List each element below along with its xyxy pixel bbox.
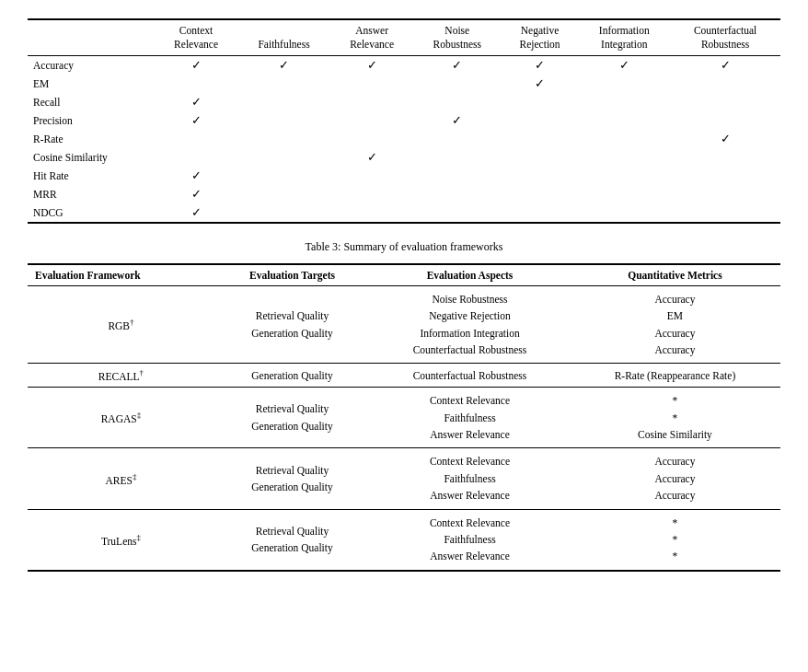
quantitative-metrics: ***	[570, 509, 780, 571]
evaluation-targets: Retrieval QualityGeneration Quality	[214, 509, 370, 571]
evaluation-aspects: Counterfactual Robustness	[370, 364, 570, 388]
table-row: RGB† Retrieval QualityGeneration Quality…	[28, 285, 780, 364]
table-row: RAGAS‡ Retrieval QualityGeneration Quali…	[28, 388, 780, 448]
check-answer: ✓	[330, 148, 412, 167]
table-row: Hit Rate ✓	[28, 167, 780, 185]
metric-label: Recall	[28, 93, 155, 111]
faithfulness-header: Faithfulness	[237, 19, 331, 55]
check-context: ✓	[155, 93, 237, 111]
col-header-framework: Evaluation Framework	[28, 264, 214, 286]
quantitative-metrics: AccuracyAccuracyAccuracy	[570, 448, 780, 509]
table-row: R-Rate ✓	[28, 130, 780, 148]
evaluation-targets: Retrieval QualityGeneration Quality	[214, 388, 370, 448]
framework-name: RGB†	[28, 285, 214, 364]
check-context: ✓	[155, 185, 237, 203]
answer-relevance-header: AnswerRelevance	[330, 19, 412, 55]
check-info: ✓	[578, 55, 670, 75]
framework-name: RECALL†	[28, 364, 214, 388]
metric-label: MRR	[28, 185, 155, 203]
metric-col-header	[28, 19, 155, 55]
table-row: Recall ✓	[28, 93, 780, 111]
table-row: EM ✓	[28, 75, 780, 93]
metric-label: Accuracy	[28, 55, 155, 75]
framework-name: ARES‡	[28, 448, 214, 509]
evaluation-aspects: Context RelevanceFaithfulnessAnswer Rele…	[370, 509, 570, 571]
table-row: Precision ✓ ✓	[28, 111, 780, 130]
evaluation-targets: Generation Quality	[214, 364, 370, 388]
table-row: NDCG ✓	[28, 203, 780, 223]
table-row: RECALL† Generation Quality Counterfactua…	[28, 364, 780, 388]
check-context: ✓	[155, 167, 237, 185]
evaluation-aspects: Noise RobustnessNegative RejectionInform…	[370, 285, 570, 364]
framework-name: RAGAS‡	[28, 388, 214, 448]
counterfactual-robustness-header: CounterfactualRobustness	[670, 19, 780, 55]
check-neg: ✓	[502, 75, 579, 93]
check-counter: ✓	[670, 55, 780, 75]
metric-label: Cosine Similarity	[28, 148, 155, 167]
metric-label: NDCG	[28, 203, 155, 223]
quantitative-metrics: R-Rate (Reappearance Rate)	[570, 364, 780, 388]
check-faith: ✓	[237, 55, 331, 75]
check-neg: ✓	[502, 55, 579, 75]
bottom-table-header-row: Evaluation Framework Evaluation Targets …	[28, 264, 780, 286]
evaluation-targets: Retrieval QualityGeneration Quality	[214, 285, 370, 364]
quantitative-metrics: AccuracyEMAccuracyAccuracy	[570, 285, 780, 364]
check-noise: ✓	[413, 111, 502, 130]
table-caption: Table 3: Summary of evaluation framework…	[28, 240, 780, 254]
context-relevance-header: ContextRelevance	[155, 19, 237, 55]
metric-label: EM	[28, 75, 155, 93]
col-header-metrics: Quantitative Metrics	[570, 264, 780, 286]
table-row: Accuracy ✓ ✓ ✓ ✓ ✓ ✓ ✓	[28, 55, 780, 75]
metric-label: Hit Rate	[28, 167, 155, 185]
negative-rejection-header: NegativeRejection	[502, 19, 579, 55]
top-metrics-table: ContextRelevance Faithfulness AnswerRele…	[28, 18, 780, 224]
table-row: TruLens‡ Retrieval QualityGeneration Qua…	[28, 509, 780, 571]
check-noise: ✓	[413, 55, 502, 75]
metric-label: R-Rate	[28, 130, 155, 148]
metric-label: Precision	[28, 111, 155, 130]
check-context: ✓	[155, 111, 237, 130]
table-row: ARES‡ Retrieval QualityGeneration Qualit…	[28, 448, 780, 509]
check-context: ✓	[155, 55, 237, 75]
check-context: ✓	[155, 203, 237, 223]
table-row: MRR ✓	[28, 185, 780, 203]
col-header-aspects: Evaluation Aspects	[370, 264, 570, 286]
check-answer: ✓	[330, 55, 412, 75]
table-row: Cosine Similarity ✓	[28, 148, 780, 167]
noise-robustness-header: NoiseRobustness	[413, 19, 502, 55]
check-counter: ✓	[670, 130, 780, 148]
col-header-targets: Evaluation Targets	[214, 264, 370, 286]
evaluation-aspects: Context RelevanceFaithfulnessAnswer Rele…	[370, 448, 570, 509]
framework-name: TruLens‡	[28, 509, 214, 571]
bottom-frameworks-table: Evaluation Framework Evaluation Targets …	[28, 263, 780, 572]
evaluation-targets: Retrieval QualityGeneration Quality	[214, 448, 370, 509]
information-integration-header: InformationIntegration	[578, 19, 670, 55]
evaluation-aspects: Context RelevanceFaithfulnessAnswer Rele…	[370, 388, 570, 448]
quantitative-metrics: **Cosine Similarity	[570, 388, 780, 448]
